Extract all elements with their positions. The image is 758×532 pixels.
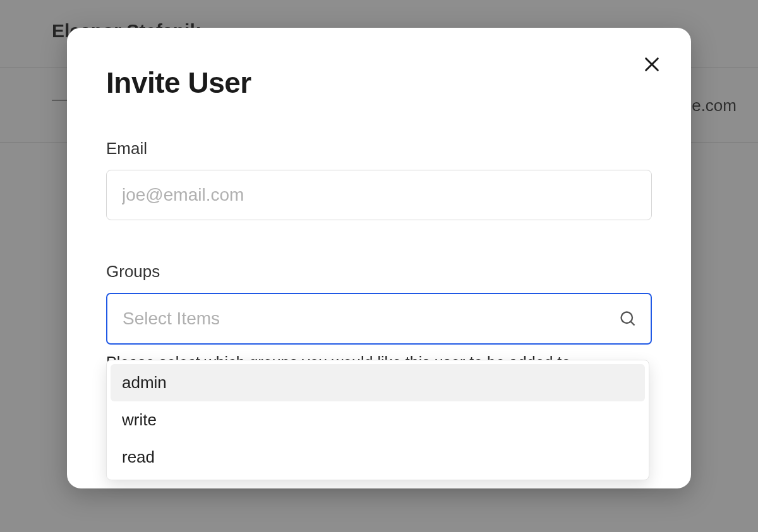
modal-title: Invite User	[106, 66, 652, 100]
groups-label: Groups	[106, 262, 652, 281]
groups-select[interactable]: Select Items	[106, 293, 652, 345]
groups-dropdown: admin write read	[106, 360, 649, 480]
close-icon	[642, 54, 662, 74]
dropdown-option-write[interactable]: write	[107, 401, 649, 439]
dropdown-option-read[interactable]: read	[107, 439, 649, 476]
groups-select-input[interactable]: Select Items	[106, 293, 652, 345]
groups-placeholder: Select Items	[123, 309, 220, 329]
invite-user-modal: Invite User Email Groups Select Items Pl…	[67, 28, 691, 488]
email-input[interactable]	[106, 170, 652, 220]
email-field-group: Email	[106, 139, 652, 220]
email-label: Email	[106, 139, 652, 158]
dropdown-option-admin[interactable]: admin	[111, 364, 645, 401]
groups-field-group: Groups Select Items Please select which …	[106, 262, 652, 372]
close-button[interactable]	[638, 50, 666, 78]
